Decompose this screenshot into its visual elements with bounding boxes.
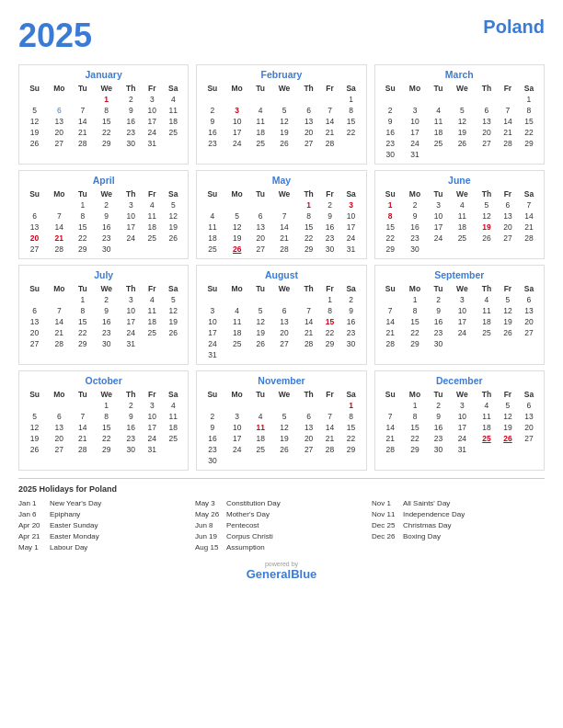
- calendar-day: 30: [201, 455, 224, 466]
- weekday-header: We: [449, 188, 476, 199]
- holiday-name: Mother's Day: [226, 509, 270, 520]
- calendar-day: 24: [120, 233, 142, 244]
- calendar-day: 8: [93, 105, 120, 116]
- calendar-day: 2: [340, 294, 362, 305]
- weekday-header: Tu: [73, 188, 94, 199]
- weekday-header: Su: [23, 188, 46, 199]
- calendar-day: 1: [340, 94, 362, 105]
- weekday-header: Th: [120, 389, 142, 400]
- calendar-day: 2: [120, 94, 142, 105]
- calendar-day: 4: [162, 94, 184, 105]
- weekday-header: Su: [201, 389, 224, 400]
- calendar-day: 13: [298, 422, 320, 433]
- calendars-grid: JanuarySuMoTuWeThFrSa1234567891011121314…: [18, 64, 545, 471]
- calendar-day: [518, 444, 540, 455]
- weekday-header: Th: [476, 283, 498, 294]
- calendar-day: 1: [73, 294, 94, 305]
- calendar-day: 24: [142, 433, 162, 444]
- calendar-day: 27: [23, 338, 46, 349]
- holiday-item: Aug 15Assumption: [195, 542, 368, 553]
- weekday-header: Mo: [402, 283, 428, 294]
- month-block-august: AugustSuMoTuWeThFrSa12345678910111213141…: [196, 265, 366, 365]
- calendar-day: 8: [340, 411, 362, 422]
- weekday-header: Su: [201, 188, 224, 199]
- calendar-day: 7: [498, 105, 518, 116]
- weekday-header: Sa: [340, 83, 362, 94]
- calendar-day: [224, 94, 249, 105]
- calendar-day: [340, 349, 362, 360]
- calendar-day: 18: [162, 422, 184, 433]
- calendar-day: 19: [23, 127, 46, 138]
- cal-table: SuMoTuWeThFrSa12345678910111213141516171…: [379, 389, 540, 455]
- calendar-day: 13: [298, 116, 320, 127]
- weekday-header: Su: [379, 389, 402, 400]
- calendar-day: 25: [162, 127, 184, 138]
- weekday-header: Mo: [46, 389, 72, 400]
- holiday-col-3: Nov 1All Saints' DayNov 11Independence D…: [372, 498, 545, 553]
- calendar-day: 5: [224, 210, 249, 222]
- calendar-day: 25: [224, 338, 249, 349]
- weekday-header: Tu: [428, 188, 449, 199]
- calendar-day: 29: [93, 138, 120, 149]
- calendar-day: [428, 149, 449, 160]
- calendar-day: 5: [270, 411, 297, 422]
- holiday-item: Jun 8Pentecost: [195, 520, 368, 531]
- calendar-day: 9: [93, 210, 120, 222]
- weekday-header: Su: [379, 188, 402, 199]
- calendar-day: 5: [250, 305, 271, 316]
- calendar-day: 6: [23, 210, 46, 222]
- calendar-day: 15: [93, 422, 120, 433]
- calendar-day: 11: [449, 210, 476, 222]
- holiday-item: May 1Labour Day: [18, 542, 191, 553]
- holiday-item: Jun 19Corpus Christi: [195, 531, 368, 542]
- calendar-day: 29: [320, 338, 340, 349]
- calendar-day: 14: [518, 210, 540, 222]
- calendar-day: 9: [201, 422, 224, 433]
- calendar-day: 12: [224, 222, 249, 233]
- calendar-day: 11: [428, 116, 449, 127]
- weekday-header: Su: [201, 83, 224, 94]
- calendar-day: 7: [518, 199, 540, 210]
- calendar-day: 18: [476, 422, 498, 433]
- calendar-day: 2: [379, 105, 402, 116]
- calendar-day: 20: [46, 127, 72, 138]
- weekday-header: Mo: [46, 83, 72, 94]
- calendar-day: 20: [498, 222, 518, 233]
- footer-brand: GeneralBlue: [18, 567, 545, 581]
- calendar-day: 23: [120, 433, 142, 444]
- calendar-day: 1: [320, 294, 340, 305]
- calendar-day: 19: [449, 127, 476, 138]
- calendar-day: 16: [120, 422, 142, 433]
- calendar-day: 7: [320, 411, 340, 422]
- calendar-day: [250, 400, 271, 411]
- holiday-name: All Saints' Day: [403, 498, 450, 509]
- calendar-day: [476, 338, 498, 349]
- year-title: 2025: [18, 17, 92, 55]
- calendar-day: 3: [224, 105, 249, 116]
- calendar-day: 22: [93, 433, 120, 444]
- calendar-day: 23: [428, 327, 449, 338]
- calendar-day: 27: [298, 138, 320, 149]
- month-block-march: MarchSuMoTuWeThFrSa123456789101112131415…: [374, 64, 545, 165]
- calendar-day: [428, 244, 449, 255]
- calendar-day: 23: [93, 327, 120, 338]
- calendar-day: 9: [201, 116, 224, 127]
- calendar-day: 11: [162, 105, 184, 116]
- calendar-day: 18: [142, 222, 162, 233]
- month-name: August: [201, 269, 362, 280]
- calendar-day: 28: [518, 233, 540, 244]
- calendar-day: 30: [320, 244, 340, 255]
- holiday-name: Labour Day: [50, 542, 87, 553]
- calendar-day: 24: [340, 233, 362, 244]
- holiday-name: Independence Day: [403, 509, 465, 520]
- calendar-day: 3: [340, 199, 362, 210]
- calendar-day: [73, 94, 94, 105]
- calendar-day: [201, 400, 224, 411]
- weekday-header: Fr: [498, 83, 518, 94]
- holiday-name: Boxing Day: [403, 531, 441, 542]
- month-name: January: [23, 69, 184, 80]
- calendar-day: 3: [402, 105, 428, 116]
- calendar-day: 3: [120, 199, 142, 210]
- weekday-header: Mo: [46, 188, 72, 199]
- holiday-item: Apr 20Easter Sunday: [18, 520, 191, 531]
